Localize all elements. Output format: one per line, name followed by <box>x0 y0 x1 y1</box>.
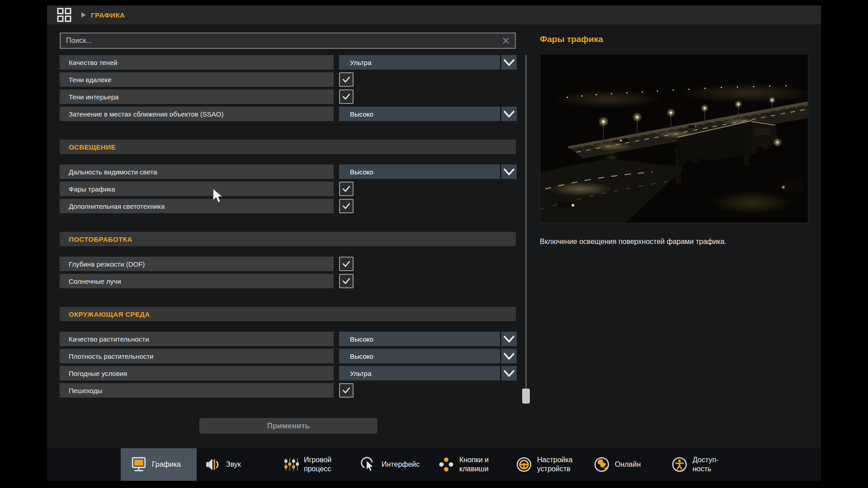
setting-label: Дальность видимости света <box>60 164 334 179</box>
chevron-down-icon[interactable] <box>501 55 517 70</box>
clear-search-icon[interactable] <box>501 36 510 45</box>
setting-label: Пешеходы <box>60 383 334 398</box>
setting-label: Качество теней <box>60 55 334 70</box>
tab-interface[interactable]: Интерфейс <box>352 448 430 481</box>
setting-select[interactable]: Ультра <box>339 366 500 380</box>
setting-label: Погодные условия <box>60 366 334 380</box>
setting-row: Фары трафика <box>60 182 517 196</box>
setting-row: Плотность растительности Высоко <box>60 349 517 363</box>
info-panel-title: Фары трафика <box>540 34 603 44</box>
speaker-icon <box>205 456 221 473</box>
titlebar: ГРАФИКА <box>47 5 821 24</box>
chevron-down-icon[interactable] <box>501 349 517 363</box>
tab-graphics[interactable]: Графика <box>121 448 197 481</box>
setting-row: Погодные условия Ультра <box>60 366 517 380</box>
tab-keys-buttons[interactable]: Кнопки и клавиши <box>430 448 508 481</box>
setting-label: Глубина резкости (DOF) <box>60 257 334 271</box>
settings-window: ГРАФИКА Поиск... Качество теней Ультра Т… <box>47 5 821 481</box>
chevron-down-icon[interactable] <box>501 164 517 179</box>
setting-row: Тени интерьера <box>60 89 517 104</box>
setting-label: Плотность растительности <box>60 349 334 363</box>
steering-wheel-icon <box>516 456 532 473</box>
setting-select[interactable]: Ультра <box>339 55 500 70</box>
preview-image-night-highway <box>540 54 808 223</box>
setting-select[interactable]: Высоко <box>339 349 500 363</box>
setting-checkbox[interactable] <box>339 89 354 104</box>
info-panel-description: Включение освещения поверхностей фарами … <box>540 238 808 246</box>
chevron-down-icon[interactable] <box>501 332 517 346</box>
scrollbar-track[interactable] <box>525 55 527 404</box>
setting-row: Качество теней Ультра <box>60 55 517 70</box>
accessibility-icon <box>671 456 688 473</box>
chevron-down-icon[interactable] <box>501 107 517 121</box>
setting-label: Дополнительная светотехника <box>60 199 334 213</box>
scrollbar-thumb[interactable] <box>522 389 530 404</box>
setting-row: Дополнительная светотехника <box>60 199 517 213</box>
globe-icon <box>594 456 610 473</box>
setting-checkbox[interactable] <box>339 199 354 213</box>
section-header: ПОСТОБРАБОТКА <box>60 232 516 246</box>
search-placeholder: Поиск... <box>66 37 501 45</box>
setting-label: Тени интерьера <box>60 89 334 104</box>
setting-checkbox[interactable] <box>339 182 354 196</box>
setting-label: Тени вдалеке <box>60 72 334 87</box>
search-input[interactable]: Поиск... <box>60 33 516 49</box>
setting-label: Солнечные лучи <box>60 274 334 288</box>
setting-row: Тени вдалеке <box>60 72 517 87</box>
section-header: ОКРУЖАЮЩАЯ СРЕДА <box>60 307 516 321</box>
setting-row: Качество растительности Высоко <box>60 332 517 346</box>
setting-label: Фары трафика <box>60 182 334 196</box>
tab-gameplay[interactable]: Игровой процесс <box>274 448 352 481</box>
tab-online[interactable]: Онлайн <box>585 448 663 481</box>
breadcrumb-arrow-icon <box>81 12 86 18</box>
setting-row: Дальность видимости света Высоко <box>60 164 517 179</box>
chevron-down-icon[interactable] <box>501 366 517 380</box>
tab-devices[interactable]: Настройка устройств <box>508 448 585 481</box>
bottom-nav: Графика Звук Игровой процесс Интерфейс К… <box>47 448 821 481</box>
setting-row: Пешеходы <box>60 383 517 398</box>
buttons-icon <box>438 456 454 473</box>
tab-sound[interactable]: Звук <box>197 448 274 481</box>
cursor-icon <box>360 456 377 473</box>
tab-accessibility[interactable]: Доступ- ность <box>663 448 741 481</box>
menu-grid-icon[interactable] <box>57 7 72 23</box>
setting-checkbox[interactable] <box>339 383 354 398</box>
setting-select[interactable]: Высоко <box>339 164 500 179</box>
setting-select[interactable]: Высоко <box>339 332 500 346</box>
page-title: ГРАФИКА <box>91 11 125 19</box>
setting-select[interactable]: Высоко <box>339 107 500 121</box>
monitor-icon <box>131 456 147 473</box>
setting-checkbox[interactable] <box>339 257 354 271</box>
setting-checkbox[interactable] <box>339 72 354 87</box>
setting-label: Затенение в местах сближения объектов (S… <box>60 107 334 121</box>
sliders-icon <box>283 456 299 473</box>
setting-row: Затенение в местах сближения объектов (S… <box>60 107 517 121</box>
setting-row: Солнечные лучи <box>60 274 517 288</box>
apply-button[interactable]: Применить <box>199 418 377 434</box>
setting-label: Качество растительности <box>60 332 334 346</box>
section-header: ОСВЕЩЕНИЕ <box>60 140 516 154</box>
setting-row: Глубина резкости (DOF) <box>60 257 517 271</box>
settings-list: Качество теней Ультра Тени вдалеке Тени … <box>60 55 517 400</box>
setting-checkbox[interactable] <box>339 274 354 288</box>
